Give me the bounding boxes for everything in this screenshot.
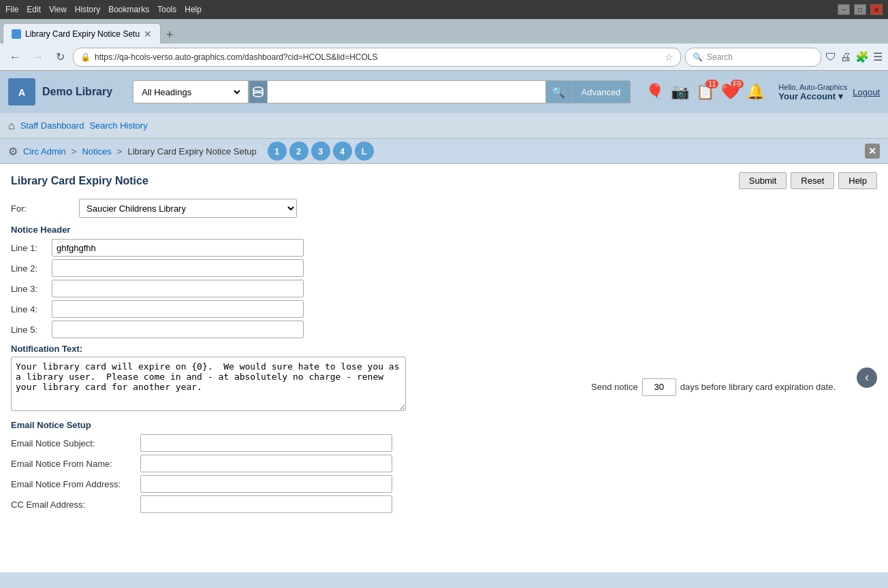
- email-from-name-input[interactable]: [140, 455, 392, 472]
- menu-edit[interactable]: Edit: [27, 5, 41, 14]
- menu-view[interactable]: View: [49, 5, 67, 14]
- line2-row: Line 2:: [11, 259, 577, 277]
- line2-label: Line 2:: [11, 263, 52, 274]
- list-icon[interactable]: 📋 11: [696, 83, 714, 101]
- step-2[interactable]: 2: [289, 142, 308, 161]
- email-from-name-label: Email Notice From Name:: [11, 459, 140, 469]
- logout-button[interactable]: Logout: [853, 87, 880, 97]
- headings-select[interactable]: All Headings: [133, 80, 249, 103]
- bookmark-star-button[interactable]: ☆: [665, 52, 673, 63]
- balloon-icon[interactable]: 🎈: [646, 83, 664, 101]
- line5-row: Line 5:: [11, 321, 577, 338]
- send-notice-days-input[interactable]: [642, 378, 676, 396]
- right-column: Send notice days before library card exp…: [591, 239, 877, 516]
- home-icon[interactable]: ⌂: [8, 120, 15, 132]
- notice-header-heading: Notice Header: [11, 225, 877, 235]
- app-header: A Demo Library All Headings 🔍 Advanced: [0, 71, 888, 113]
- email-from-address-input[interactable]: [140, 475, 392, 493]
- line3-input[interactable]: [52, 280, 304, 297]
- step-3[interactable]: 3: [311, 142, 330, 161]
- for-select[interactable]: Saucier Childrens Library: [79, 199, 297, 218]
- step-4[interactable]: 4: [333, 142, 352, 161]
- search-input-container: [268, 80, 545, 103]
- menu-button[interactable]: ☰: [873, 50, 883, 63]
- browser-toolbar-icons: 🛡 🖨 🧩 ☰: [825, 50, 883, 63]
- window-controls: − □ ✕: [838, 4, 883, 15]
- heart-badge: F9: [731, 80, 744, 88]
- submit-button[interactable]: Submit: [739, 172, 787, 189]
- print-button[interactable]: 🖨: [840, 51, 851, 63]
- forward-button[interactable]: →: [29, 50, 48, 65]
- reset-button[interactable]: Reset: [791, 172, 834, 189]
- extension-button[interactable]: 🧩: [855, 50, 869, 63]
- notification-textarea[interactable]: Your library card will expire on {0}. We…: [11, 357, 406, 411]
- advanced-button[interactable]: Advanced: [572, 80, 631, 103]
- svg-point-2: [253, 87, 263, 91]
- lock-icon: 🔒: [80, 52, 91, 62]
- back-arrow-button[interactable]: ‹: [857, 368, 877, 388]
- cc-email-input[interactable]: [140, 495, 392, 513]
- breadcrumb-close-button[interactable]: ✕: [865, 144, 880, 159]
- menu-file[interactable]: File: [5, 5, 18, 14]
- headings-dropdown[interactable]: All Headings: [139, 86, 242, 98]
- menu-history[interactable]: History: [75, 5, 100, 14]
- breadcrumb-settings-icon: ⚙: [8, 145, 18, 158]
- line2-input[interactable]: [52, 259, 304, 277]
- camera-icon[interactable]: 📷: [671, 83, 689, 101]
- breadcrumb-bar: ⚙ Circ Admin > Notices > Library Card Ex…: [0, 139, 888, 164]
- menu-tools[interactable]: Tools: [157, 5, 176, 14]
- header-icons: 🎈 📷 📋 11 ❤️ F9 🔔: [646, 83, 765, 101]
- step-l[interactable]: L: [355, 142, 374, 161]
- svg-text:A: A: [18, 87, 25, 98]
- database-icon[interactable]: [249, 80, 268, 103]
- app-logo: A: [8, 78, 35, 105]
- send-notice-row: Send notice days before library card exp…: [591, 378, 836, 396]
- back-button[interactable]: ←: [5, 50, 25, 65]
- search-history-link[interactable]: Search History: [89, 120, 147, 131]
- page-header-row: Library Card Expiry Notice Submit Reset …: [11, 172, 877, 189]
- notification-text-label: Notification Text:: [11, 344, 577, 354]
- notices-link[interactable]: Notices: [82, 146, 111, 157]
- help-button[interactable]: Help: [838, 172, 877, 189]
- active-tab[interactable]: Library Card Expiry Notice Setu ✕: [3, 23, 161, 44]
- line4-input[interactable]: [52, 300, 304, 318]
- search-placeholder: Search: [707, 52, 733, 62]
- email-section-label: Email Notice Setup: [11, 420, 577, 430]
- user-greeting: Hello, Auto-Graphics: [778, 83, 847, 91]
- email-subject-label: Email Notice Subject:: [11, 438, 140, 448]
- send-notice-suffix: days before library card expiration date…: [680, 382, 836, 392]
- user-info: Hello, Auto-Graphics Your Account ▾: [778, 83, 847, 101]
- bell-icon[interactable]: 🔔: [746, 83, 765, 101]
- heart-icon[interactable]: ❤️ F9: [721, 83, 740, 101]
- close-button[interactable]: ✕: [870, 4, 883, 15]
- line1-row: Line 1:: [11, 239, 577, 257]
- cc-email-row: CC Email Address:: [11, 495, 577, 513]
- line3-label: Line 3:: [11, 284, 52, 294]
- menu-help[interactable]: Help: [185, 5, 202, 14]
- minimize-button[interactable]: −: [838, 4, 850, 15]
- email-from-address-row: Email Notice From Address:: [11, 475, 577, 493]
- tab-favicon: [12, 29, 21, 39]
- for-row: For: Saucier Childrens Library: [11, 199, 877, 218]
- user-account-button[interactable]: Your Account ▾: [778, 91, 847, 101]
- address-bar: ← → ↻ 🔒 https://qa-hcols-verso.auto-grap…: [0, 44, 888, 71]
- email-from-name-row: Email Notice From Name:: [11, 455, 577, 472]
- email-subject-input[interactable]: [140, 434, 392, 452]
- browser-titlebar: File Edit View History Bookmarks Tools H…: [0, 0, 888, 19]
- shield-icon-button[interactable]: 🛡: [825, 51, 836, 63]
- maximize-button[interactable]: □: [854, 4, 866, 15]
- line5-input[interactable]: [52, 321, 304, 338]
- tab-close-button[interactable]: ✕: [144, 29, 152, 39]
- new-tab-button[interactable]: +: [161, 28, 179, 42]
- search-input[interactable]: [273, 87, 539, 97]
- address-text: https://qa-hcols-verso.auto-graphics.com…: [95, 52, 661, 62]
- reload-button[interactable]: ↻: [52, 49, 69, 65]
- search-button[interactable]: 🔍: [546, 80, 572, 103]
- line1-input[interactable]: [52, 239, 304, 257]
- menu-bookmarks[interactable]: Bookmarks: [108, 5, 149, 14]
- circ-admin-link[interactable]: Circ Admin: [23, 146, 66, 157]
- content-area: Library Card Expiry Notice Submit Reset …: [0, 164, 888, 572]
- staff-dashboard-link[interactable]: Staff Dashboard: [20, 120, 84, 131]
- browser-search-box[interactable]: 🔍 Search: [685, 48, 821, 67]
- step-1[interactable]: 1: [268, 142, 287, 161]
